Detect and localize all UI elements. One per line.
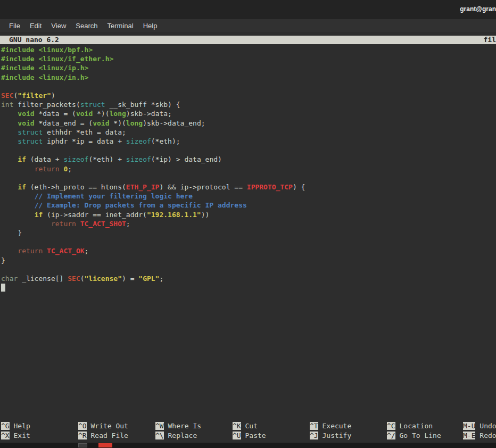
code-area[interactable]: #include <linux/bpf.h>#include <linux/if… (1, 45, 496, 292)
shortcut-redo[interactable]: M-E Redo (463, 431, 496, 441)
code-segment: ETH_P_IP (126, 183, 160, 191)
shortcut-justify[interactable]: ^J Justify (310, 431, 387, 441)
code-segment: "192.168.1.1" (147, 211, 201, 219)
shortcut-undo[interactable]: M-U Undo (463, 421, 496, 431)
menu-search[interactable]: Search (71, 22, 102, 30)
menu-edit[interactable]: Edit (25, 22, 46, 30)
code-line (1, 173, 496, 182)
code-segment: sizeof (126, 155, 151, 163)
shortcut-location[interactable]: ^C Location (387, 421, 463, 431)
code-segment: void (18, 110, 34, 118)
nano-filename: fil (484, 36, 496, 44)
code-line: if (data + sizeof(*eth) + sizeof(*ip) > … (1, 155, 496, 164)
code-segment: #include <linux/in.h> (1, 73, 88, 81)
code-line (1, 146, 496, 155)
shortcut-paste[interactable]: ^U Paste (233, 431, 310, 441)
code-segment: void (18, 119, 34, 127)
shortcut-key: ^U (233, 432, 241, 439)
code-segment: ; (159, 275, 163, 283)
shortcut-label: Read File (87, 432, 128, 439)
code-segment: sizeof (63, 155, 88, 163)
code-line (1, 265, 496, 274)
code-segment: ) && ip->protocol == (159, 183, 246, 191)
dock-sliver[interactable] (0, 443, 496, 448)
shortcut-key: ^J (310, 432, 318, 439)
shortcut-label: Help (10, 422, 30, 430)
code-segment (1, 119, 18, 127)
code-segment: *data_end = ( (35, 119, 93, 127)
shortcut-help[interactable]: ^G Help (1, 421, 78, 431)
code-segment: TC_ACT_SHOT (80, 220, 126, 228)
code-line (1, 283, 496, 292)
shortcut-label: Justify (318, 432, 352, 439)
code-segment: *data = ( (35, 110, 76, 118)
dock-item-window[interactable] (78, 443, 87, 447)
dock-item-red[interactable] (98, 443, 112, 447)
shortcut-go-to-line[interactable]: ^/ Go To Line (387, 431, 463, 441)
code-segment (1, 165, 35, 173)
code-segment: SEC (1, 92, 13, 99)
shortcut-label: Where Is (164, 422, 201, 430)
code-segment: } (1, 229, 22, 237)
shortcut-label: Execute (318, 422, 352, 430)
shortcut-exit[interactable]: ^X Exit (1, 431, 78, 441)
code-line: void *data_end = (void *)(long)skb->data… (1, 119, 496, 128)
code-segment: (*eth); (151, 137, 180, 145)
code-line: } (1, 228, 496, 237)
shortcut-execute[interactable]: ^T Execute (310, 421, 387, 431)
code-segment: char (1, 275, 18, 283)
text-cursor (1, 284, 5, 292)
code-segment: ; (85, 247, 89, 255)
code-segment: SEC (68, 275, 80, 283)
code-segment: int (1, 101, 13, 109)
code-segment: ( (80, 275, 85, 283)
code-line: // Example: Drop packets from a specific… (1, 201, 496, 210)
shortcut-key: M-U (463, 422, 475, 430)
shortcut-read-file[interactable]: ^R Read File (78, 431, 155, 441)
code-segment: return (51, 220, 76, 228)
code-segment: struct (18, 137, 43, 145)
code-segment: // Implement your filtering logic here (35, 192, 193, 200)
code-segment: filter_packets( (13, 101, 80, 109)
shortcut-where-is[interactable]: ^W Where Is (155, 421, 233, 431)
code-line: } (1, 256, 496, 265)
shortcut-key: ^W (155, 422, 164, 430)
menu-view[interactable]: View (46, 22, 71, 30)
shortcut-label: Replace (164, 432, 197, 439)
shortcut-label: Go To Line (395, 432, 441, 439)
shortcut-key: M-E (463, 432, 475, 439)
shortcut-label: Cut (241, 422, 258, 430)
code-segment: (eth->h_proto == htons( (26, 183, 126, 191)
nano-title-bar: GNU nano 6.2 fil (0, 36, 496, 44)
code-segment: void (93, 119, 109, 127)
code-segment: return (35, 165, 60, 173)
code-segment (1, 220, 51, 228)
menu-terminal[interactable]: Terminal (103, 22, 138, 30)
code-line: // Implement your filtering logic here (1, 192, 496, 201)
code-segment: if (18, 183, 26, 191)
code-line (1, 237, 496, 246)
code-segment: if (35, 211, 43, 219)
code-line: void *data = (void *)(long)skb->data; (1, 109, 496, 118)
shortcut-row-2: ^X Exit^R Read File^\ Replace^U Paste^J … (1, 431, 496, 441)
code-line: return TC_ACT_SHOT; (1, 219, 496, 228)
shortcut-label: Write Out (87, 422, 128, 430)
shortcut-write-out[interactable]: ^O Write Out (78, 421, 155, 431)
code-segment: (ip->saddr == inet_addr( (43, 211, 147, 219)
shortcut-row-1: ^G Help^O Write Out^W Where Is^K Cut^T E… (1, 421, 496, 431)
code-segment (1, 110, 18, 118)
code-segment: ) (51, 92, 55, 99)
user-label: grant@gran (460, 5, 496, 13)
menu-file[interactable]: File (4, 22, 25, 30)
code-segment: )skb->data; (126, 110, 172, 118)
code-segment: "filter" (18, 92, 51, 99)
menu-help[interactable]: Help (138, 22, 162, 30)
code-line: #include <linux/bpf.h> (1, 45, 496, 54)
code-segment: _license[] (18, 275, 68, 283)
terminal-window: GNU nano 6.2 fil #include <linux/bpf.h>#… (0, 32, 496, 443)
code-line: char _license[] SEC("license") = "GPL"; (1, 274, 496, 283)
shortcut-cut[interactable]: ^K Cut (233, 421, 310, 431)
shortcut-replace[interactable]: ^\ Replace (155, 431, 233, 441)
code-segment: *)( (93, 110, 109, 118)
code-segment: TC_ACT_OK (47, 247, 84, 255)
